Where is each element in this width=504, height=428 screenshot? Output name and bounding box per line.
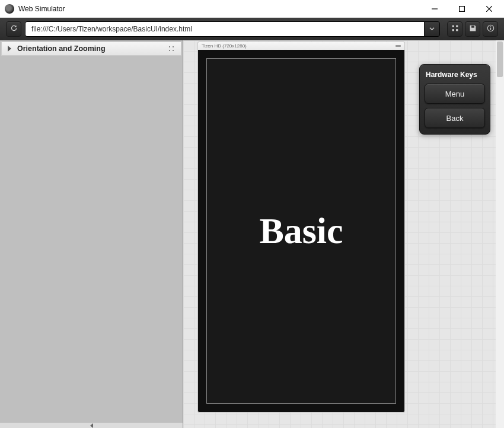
vertical-scrollbar[interactable] xyxy=(496,40,504,428)
svg-rect-5 xyxy=(456,25,458,27)
url-dropdown-button[interactable] xyxy=(424,22,439,36)
device-body: Basic xyxy=(197,50,405,413)
workspace: Orientation and Zooming Tizen HD (720x12… xyxy=(0,40,504,428)
window-maximize-button[interactable] xyxy=(448,1,476,17)
url-field xyxy=(25,21,440,37)
svg-rect-1 xyxy=(460,6,465,11)
hardware-keys-panel: Hardware Keys Menu Back xyxy=(419,64,490,135)
info-button[interactable] xyxy=(483,21,498,37)
scrollbar-thumb[interactable] xyxy=(497,41,503,77)
device-header[interactable]: Tizen HD (720x1280) xyxy=(197,41,405,50)
svg-rect-4 xyxy=(452,25,454,27)
device-screen-text: Basic xyxy=(259,210,343,252)
svg-rect-6 xyxy=(452,29,454,31)
app-icon xyxy=(5,4,14,14)
window-titlebar: Web Simulator xyxy=(0,0,504,18)
sidebar-resize-handle[interactable] xyxy=(0,422,183,428)
window-minimize-button[interactable] xyxy=(421,1,448,17)
svg-point-9 xyxy=(490,26,491,27)
panel-toggle-button[interactable] xyxy=(447,21,462,37)
grip-icon xyxy=(168,46,175,52)
save-icon xyxy=(469,24,477,34)
save-button[interactable] xyxy=(465,21,480,37)
device-minimize-button[interactable] xyxy=(395,45,401,47)
toolbar xyxy=(0,18,504,40)
chevron-right-icon xyxy=(8,46,11,52)
reload-button[interactable] xyxy=(6,21,21,37)
device-header-label: Tizen HD (720x1280) xyxy=(202,43,247,49)
window-title: Web Simulator xyxy=(18,5,421,13)
sidebar-body xyxy=(0,57,183,422)
device-frame: Tizen HD (720x1280) Basic xyxy=(197,41,405,413)
accordion-orientation-zooming[interactable]: Orientation and Zooming xyxy=(1,41,181,56)
simulator-canvas: Tizen HD (720x1280) Basic Hardware Keys … xyxy=(183,40,504,428)
hardware-back-button[interactable]: Back xyxy=(425,108,485,128)
info-icon xyxy=(487,24,495,34)
toolbar-right-group xyxy=(447,21,498,37)
sidebar: Orientation and Zooming xyxy=(0,40,183,428)
svg-rect-7 xyxy=(456,29,458,31)
reload-icon xyxy=(10,24,18,34)
window-close-button[interactable] xyxy=(476,1,503,17)
svg-rect-10 xyxy=(490,28,490,30)
device-screen: Basic xyxy=(206,58,396,404)
chevron-down-icon xyxy=(429,25,435,33)
panel-icon xyxy=(451,24,459,34)
url-input[interactable] xyxy=(25,22,424,36)
hardware-keys-title: Hardware Keys xyxy=(426,71,484,79)
accordion-label: Orientation and Zooming xyxy=(17,44,106,53)
window-controls xyxy=(421,1,503,17)
hardware-menu-button[interactable]: Menu xyxy=(425,84,485,104)
